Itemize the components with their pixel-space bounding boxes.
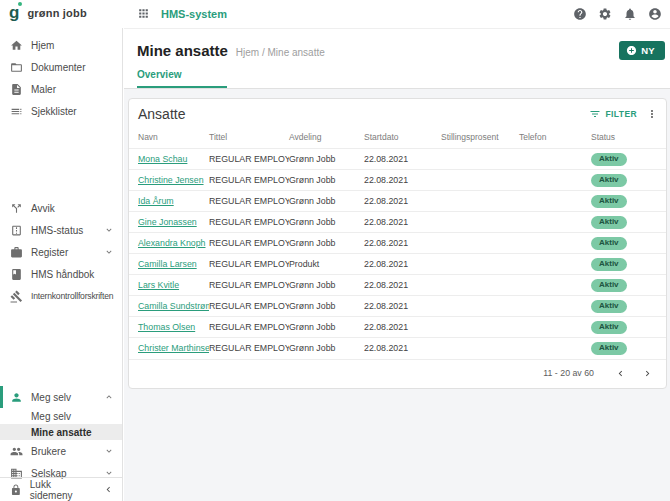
table-header: Navn Tittel Avdeling Startdato Stillings…	[129, 125, 666, 149]
cell-pct	[441, 317, 519, 338]
cell-pct	[441, 296, 519, 317]
employee-link[interactable]: Camilla Larsen	[138, 259, 197, 269]
chevron-down-icon	[104, 446, 114, 456]
cell-phone	[519, 191, 591, 212]
cell-name: Thomas Olsen	[129, 317, 209, 338]
employee-link[interactable]: Christer Marthinsen	[138, 343, 209, 353]
table-row: Ida ÅrumREGULAR EMPLOYEEGrønn Jobb22.08.…	[129, 191, 666, 212]
sidebar-item-internkontrollforskriften[interactable]: Internkontrollforskriften	[0, 285, 122, 307]
chevron-down-icon	[104, 247, 114, 257]
folder-icon	[10, 61, 23, 74]
cell-phone	[519, 170, 591, 191]
tab-overview[interactable]: Overview	[137, 69, 227, 88]
sidebar-item-brukere[interactable]: Brukere	[0, 440, 122, 462]
employee-link[interactable]: Lars Kvitle	[138, 280, 179, 290]
cell-name: Camilla Larsen	[129, 254, 209, 275]
column-header-navn: Navn	[129, 125, 209, 149]
cell-status: Aktiv	[591, 296, 666, 317]
cell-phone	[519, 275, 591, 296]
page-title-row: Mine ansatte Hjem / Mine ansatte	[124, 29, 670, 59]
employee-link[interactable]: Camilla Sundstrøm	[138, 301, 209, 311]
sidebar-item-avvik[interactable]: Avvik	[0, 197, 122, 219]
cell-name: Gine Jonassen	[129, 212, 209, 233]
new-employee-button[interactable]: NY	[619, 41, 665, 60]
employee-link[interactable]: Christine Jensen	[138, 175, 204, 185]
cell-start: 22.08.2021	[364, 338, 441, 359]
gavel-icon	[10, 290, 23, 303]
previous-page-button[interactable]	[610, 366, 631, 381]
help-icon[interactable]	[573, 7, 587, 21]
cell-pct	[441, 275, 519, 296]
next-page-button[interactable]	[637, 366, 658, 381]
cell-start: 22.08.2021	[364, 191, 441, 212]
sidebar-item-lukk-sidemeny[interactable]: Lukk sidemeny	[0, 477, 122, 501]
home-icon	[10, 39, 23, 52]
sidebar-subitem-meg-selv[interactable]: Meg selv	[0, 408, 122, 424]
sidebar-item-label: Internkontrollforskriften	[31, 291, 113, 301]
filter-icon	[589, 108, 601, 120]
sidebar-item-sjekklister[interactable]: Sjekklister	[0, 100, 122, 122]
status-badge: Aktiv	[591, 258, 627, 271]
chevron-up-icon	[104, 392, 114, 402]
table-row: Gine JonassenREGULAR EMPLOYEEGrønn Jobb2…	[129, 212, 666, 233]
company-logo[interactable]: g grønn jobb	[9, 3, 87, 23]
sidebar-group-main: Hjem Dokumenter Maler Sjekklister	[0, 34, 122, 122]
sidebar-item-hjem[interactable]: Hjem	[0, 34, 122, 56]
card-header: Ansatte FILTER	[129, 99, 666, 125]
notifications-bell-icon[interactable]	[623, 7, 637, 21]
employee-link[interactable]: Alexandra Knoph	[138, 238, 206, 248]
employee-link[interactable]: Thomas Olsen	[138, 322, 195, 332]
cell-name: Christine Jensen	[129, 170, 209, 191]
status-badge: Aktiv	[591, 342, 627, 355]
sidebar-item-register[interactable]: Register	[0, 241, 122, 263]
column-header-stillingsprosent: Stillingsprosent	[441, 125, 519, 149]
employee-link[interactable]: Gine Jonassen	[138, 217, 197, 227]
table-row: Camilla LarsenREGULAR EMPLOYEEProdukt22.…	[129, 254, 666, 275]
table-row: Alexandra KnophREGULAR EMPLOYEEGrønn Job…	[129, 233, 666, 254]
cell-start: 22.08.2021	[364, 149, 441, 170]
sidebar-item-dokumenter[interactable]: Dokumenter	[0, 56, 122, 78]
cell-name: Mona Schau	[129, 149, 209, 170]
sidebar-subitem-mine-ansatte[interactable]: Mine ansatte	[0, 424, 122, 440]
sidebar-item-hms-status[interactable]: HMS-status	[0, 219, 122, 241]
employees-card: Ansatte FILTER Navn Tittel Avdeling Star…	[128, 98, 667, 389]
sidebar-item-hms-handbok[interactable]: HMS håndbok	[0, 263, 122, 285]
cell-start: 22.08.2021	[364, 233, 441, 254]
account-icon[interactable]	[648, 7, 662, 21]
status-badge: Aktiv	[591, 279, 627, 292]
filter-button[interactable]: FILTER	[589, 108, 637, 120]
cell-phone	[519, 317, 591, 338]
sidebar-group-hms: Avvik HMS-status Register HMS håndbok In…	[0, 197, 122, 307]
logo-text: grønn jobb	[27, 7, 86, 19]
cell-dept: Produkt	[289, 254, 364, 275]
employee-link[interactable]: Mona Schau	[138, 154, 187, 164]
sidebar-item-meg-selv[interactable]: Meg selv	[0, 386, 122, 408]
cell-start: 22.08.2021	[364, 212, 441, 233]
apps-grid-icon[interactable]	[137, 7, 150, 20]
table-row: Camilla SundstrømREGULAR EMPLOYEEGrønn J…	[129, 296, 666, 317]
new-employee-button-label: NY	[641, 45, 655, 56]
cell-status: Aktiv	[591, 233, 666, 254]
cell-phone	[519, 338, 591, 359]
settings-gear-icon[interactable]	[598, 7, 612, 21]
cell-phone	[519, 296, 591, 317]
cell-dept: Grønn Jobb	[289, 170, 364, 191]
cell-dept: Grønn Jobb	[289, 296, 364, 317]
cell-pct	[441, 191, 519, 212]
sidebar-item-maler[interactable]: Maler	[0, 78, 122, 100]
split-icon	[10, 202, 23, 215]
cell-dept: Grønn Jobb	[289, 212, 364, 233]
employee-link[interactable]: Ida Årum	[138, 196, 174, 206]
sidebar-item-label: Lukk sidemeny	[30, 479, 95, 501]
status-badge: Aktiv	[591, 174, 627, 187]
table-row: Lars KvitleREGULAR EMPLOYEEGrønn Jobb22.…	[129, 275, 666, 296]
more-options-icon[interactable]	[646, 108, 658, 120]
cell-title: REGULAR EMPLOYEE	[209, 275, 289, 296]
cell-name: Alexandra Knoph	[129, 233, 209, 254]
cell-name: Christer Marthinsen	[129, 338, 209, 359]
book-icon	[10, 268, 23, 281]
cell-status: Aktiv	[591, 191, 666, 212]
cell-dept: Grønn Jobb	[289, 317, 364, 338]
lock-icon	[10, 484, 22, 496]
cell-title: REGULAR EMPLOYEE	[209, 170, 289, 191]
